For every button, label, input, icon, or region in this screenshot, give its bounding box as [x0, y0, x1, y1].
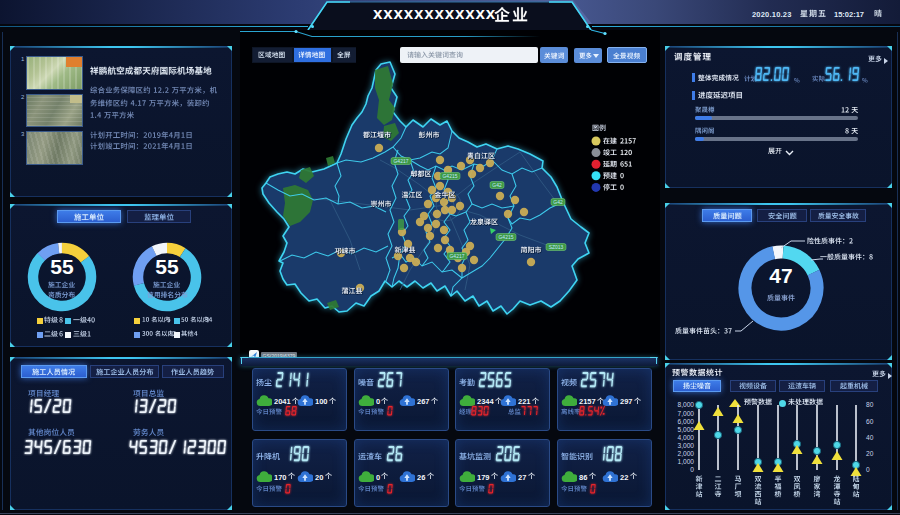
svg-text:SZ013: SZ013: [549, 244, 564, 250]
svg-text:G4215: G4215: [442, 173, 457, 179]
svg-text:G4217: G4217: [393, 158, 408, 164]
svg-text:G4215: G4215: [498, 234, 513, 240]
svg-text:G42: G42: [553, 199, 563, 205]
svg-text:G42: G42: [492, 182, 502, 188]
svg-text:G4217: G4217: [449, 253, 464, 259]
